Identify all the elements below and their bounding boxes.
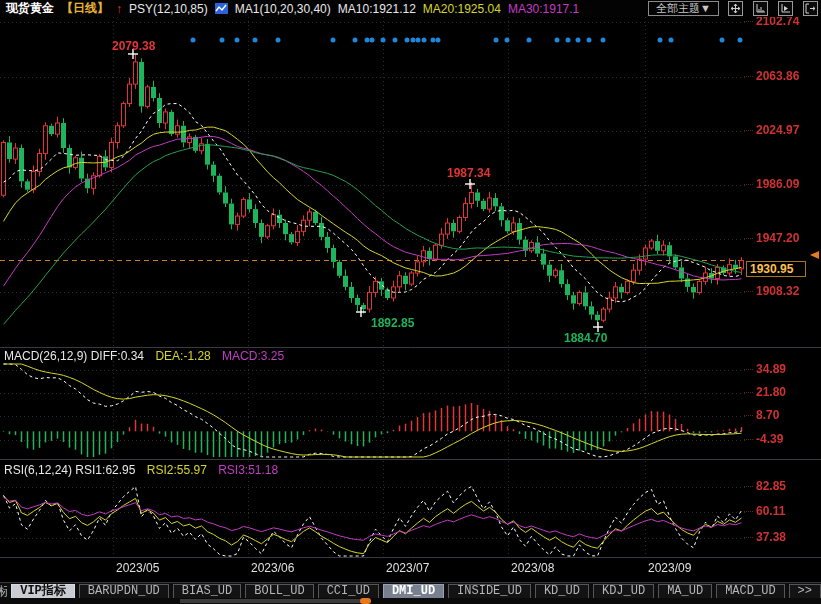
indicator-tab[interactable]: BARUPDN_UD: [79, 584, 169, 599]
psy-indicator-label: PSY(12,10,85): [129, 2, 208, 16]
indicator-tab[interactable]: BOLL_UD: [245, 584, 313, 599]
symbol-name: 现货黄金: [6, 0, 54, 17]
theme-dropdown-button[interactable]: 全部主题▼: [648, 1, 719, 16]
macd-panel-header: MACD(26,12,9) DIFF:0.34 DEA:-1.28 MACD:3…: [4, 349, 292, 363]
axis-tick-label: -4.39: [744, 432, 783, 446]
tab-bar-fragment: 标: [0, 583, 7, 600]
indicator-tab[interactable]: KDJ_UD: [593, 584, 654, 599]
rsi1-label: RSI(6,12,24) RSI1:62.95: [4, 463, 135, 477]
tab-scrollbar-thumb[interactable]: [180, 599, 370, 603]
scrollbar-orange-marker: [360, 598, 371, 604]
axis-tick-label: 37.38: [744, 530, 786, 544]
macd-dea-label: DEA:-1.28: [155, 349, 210, 363]
price-annotation: 1892.85: [371, 316, 414, 330]
indicator-tab[interactable]: CCI_UD: [318, 584, 379, 599]
indicator-tab[interactable]: INSIDE_UD: [448, 584, 531, 599]
chart-canvas[interactable]: [0, 0, 821, 604]
axis-play-icon[interactable]: [778, 1, 793, 16]
ma30-value: MA30:1917.1: [508, 2, 579, 16]
trading-app-window: 现货黄金 【日线】 ↑ PSY(12,10,85) MA1(10,20,30,4…: [0, 0, 821, 604]
date-label: 2023/05: [116, 561, 159, 575]
axis-tick-label: 60.11: [744, 504, 785, 518]
axis-tick-label: 82.85: [744, 479, 786, 493]
tab-scrollbar-track[interactable]: [0, 598, 821, 604]
date-label: 2023/07: [386, 561, 429, 575]
axis-tick-label: 21.80: [744, 385, 786, 399]
indicator-tab[interactable]: MACD_UD: [716, 584, 784, 599]
indicator-tab[interactable]: VIP指标: [11, 584, 75, 599]
macd-diff-label: MACD(26,12,9) DIFF:0.34: [4, 349, 144, 363]
date-label: 2023/09: [648, 561, 691, 575]
axis-tick-label: 1908.32: [744, 284, 799, 298]
rsi-panel-header: RSI(6,12,24) RSI1:62.95 RSI2:55.97 RSI3:…: [4, 463, 286, 477]
crosshair-icon[interactable]: [728, 1, 743, 16]
ma20-value: MA20:1925.04: [423, 2, 501, 16]
rsi3-label: RSI3:51.18: [218, 463, 278, 477]
indicator-tab[interactable]: DMI_UD: [383, 584, 444, 599]
period-label[interactable]: 【日线】: [61, 0, 109, 17]
price-annotation: 1884.70: [564, 331, 607, 345]
price-annotation: 1987.34: [447, 166, 490, 180]
rsi2-label: RSI2:55.97: [147, 463, 207, 477]
date-label: 2023/06: [251, 561, 294, 575]
axis-tick-label: 8.70: [744, 408, 779, 422]
ma-group-label: MA1(10,20,30,40): [235, 2, 331, 16]
ma10-value: MA10:1921.12: [338, 2, 416, 16]
indicator-tab[interactable]: MA_UD: [658, 584, 712, 599]
up-arrow-icon: ↑: [116, 2, 122, 16]
current-price-box: 1930.95: [746, 261, 806, 277]
axis-tick-label: 2063.86: [744, 69, 799, 83]
indicator-tab[interactable]: BIAS_UD: [173, 584, 241, 599]
axis-scale-icon[interactable]: [753, 1, 768, 16]
price-marker-icon: [810, 251, 819, 259]
axis-tick-label: 1947.20: [744, 231, 799, 245]
axis-tick-label: 2024.97: [744, 123, 799, 137]
macd-value-label: MACD:3.25: [222, 349, 284, 363]
axis-tick-label: 1986.09: [744, 177, 799, 191]
ma-indicator-icon: [215, 3, 228, 14]
exit-right-icon[interactable]: [803, 1, 818, 16]
indicator-tab[interactable]: >>: [789, 584, 821, 599]
chart-header-bar: 现货黄金 【日线】 ↑ PSY(12,10,85) MA1(10,20,30,4…: [0, 0, 821, 17]
price-annotation: 2079.38: [112, 39, 155, 53]
date-label: 2023/08: [511, 561, 554, 575]
tab-row: VIP指标BARUPDN_UDBIAS_UDBOLL_UDCCI_UDDMI_U…: [7, 584, 821, 599]
indicator-tab[interactable]: KD_UD: [535, 584, 589, 599]
indicator-tab-bar: 标 VIP指标BARUPDN_UDBIAS_UDBOLL_UDCCI_UDDMI…: [0, 582, 821, 599]
axis-tick-label: 34.89: [744, 362, 786, 376]
